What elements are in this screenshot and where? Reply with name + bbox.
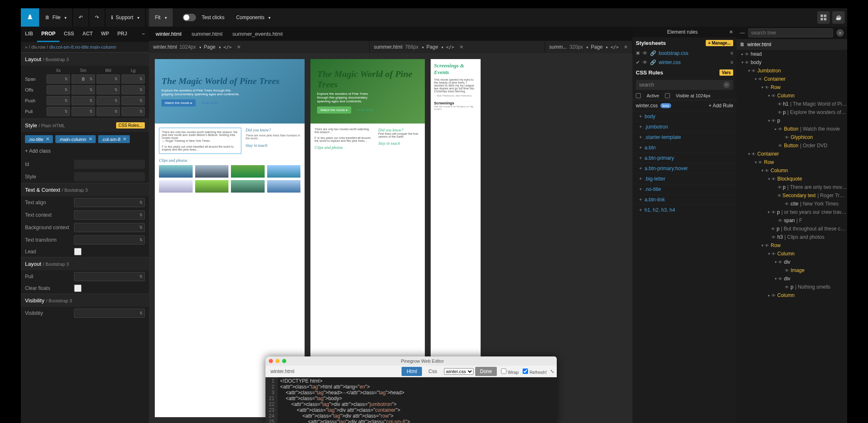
eye-icon[interactable]: 👁 [778, 143, 784, 148]
pull-select[interactable] [74, 272, 145, 281]
eye-icon[interactable]: 👁 [771, 177, 777, 181]
redo-button[interactable]: ↷ [89, 8, 105, 27]
code-icon[interactable] [610, 44, 619, 50]
left-tab-prj[interactable]: PRJ [113, 27, 131, 42]
tree-node[interactable]: ▾👁Container [737, 75, 847, 83]
add-class-button[interactable]: + Add class [21, 146, 149, 158]
tree-node[interactable]: 👁Image [737, 266, 847, 275]
text-transform-select[interactable] [74, 235, 145, 245]
eye-icon[interactable]: 👁 [778, 102, 783, 106]
eye-icon[interactable]: 👁 [751, 69, 757, 73]
tree-node[interactable]: 👁Secondary text| Roger Treeb... [737, 191, 847, 200]
tree-node[interactable]: ▾👁Column [737, 250, 847, 258]
coffee-button[interactable]: ☕ [832, 11, 845, 24]
eye-icon[interactable]: 👁 [765, 85, 771, 90]
eye-icon[interactable]: 👁 [785, 202, 791, 206]
visible-checkbox[interactable] [665, 93, 670, 98]
refresh-checkbox[interactable]: Refresh! [523, 369, 547, 375]
view-tab[interactable]: summ...320pxPage✕ [545, 41, 632, 53]
tree-node[interactable]: 👁p| But throughout all these chang [737, 225, 847, 233]
test-clicks-toggle[interactable]: Test clicks [177, 8, 231, 27]
eye-icon[interactable]: 👁 [785, 135, 791, 140]
text-context-select[interactable] [74, 210, 145, 220]
eye-icon[interactable]: 👁 [778, 110, 783, 115]
html-tab[interactable]: Html [402, 367, 422, 376]
id-input[interactable] [74, 160, 145, 169]
eye-icon[interactable]: 👁 [745, 52, 751, 57]
collapse-icon[interactable]: ⤡ [550, 369, 554, 374]
css-rule[interactable]: +.starter-template [632, 132, 737, 142]
watch-button[interactable]: Watch the movie ▸ [161, 99, 196, 106]
tree-node[interactable]: 👁p| Nothing smells [737, 283, 847, 291]
tree-search[interactable] [748, 28, 833, 37]
class-chip[interactable]: .main-column✕ [55, 135, 96, 143]
left-tab-lib[interactable]: LIB [21, 27, 37, 42]
span-sm[interactable]: 8 [72, 74, 95, 84]
span-xs[interactable] [47, 74, 70, 84]
file-tab[interactable]: summer_events.html [233, 31, 283, 37]
eye-icon[interactable]: 👁 [758, 160, 764, 165]
eye-icon[interactable]: 👁 [745, 60, 751, 65]
span-lg[interactable] [122, 74, 145, 84]
tree-node[interactable]: 👁cite| New York Times [737, 200, 847, 208]
file-tab[interactable]: summer.html [191, 31, 222, 37]
eye-icon[interactable]: 👁 [765, 168, 771, 173]
close-icon[interactable]: ✕ [237, 44, 241, 50]
left-tab-prop[interactable]: PROP [37, 27, 60, 42]
eye-icon[interactable]: 👁 [771, 293, 777, 298]
eye-icon[interactable]: 👁 [758, 77, 764, 82]
lead-checkbox[interactable] [74, 248, 82, 255]
tree-node[interactable]: 👁p| Explore the wonders of Pin... [737, 108, 847, 116]
css-rule[interactable]: +h1, h2, h3, h4 [632, 205, 737, 215]
clear-icon[interactable]: ✕ [723, 82, 730, 88]
eye-icon[interactable]: 👁 [771, 227, 776, 231]
css-rule[interactable]: +a.btn [632, 142, 737, 153]
window-titlebar[interactable]: Pinegrow Web Editor [265, 356, 557, 366]
logo-button[interactable] [21, 8, 39, 27]
order-button[interactable]: Order DVD [354, 106, 377, 114]
eye-icon[interactable]: 👁 [778, 218, 784, 223]
css-rule[interactable]: +.big-letter [632, 173, 737, 184]
remove-icon[interactable]: ✕ [46, 136, 50, 142]
support-menu[interactable]: ℹSupport [105, 8, 146, 27]
stylesheet-row[interactable]: ✖👁🔗bootstrap.css≡ [632, 49, 737, 58]
tree-node[interactable]: ▾👁Blockquote [737, 175, 847, 183]
eye-icon[interactable]: 👁 [765, 243, 771, 248]
eye-icon[interactable]: 👁 [785, 268, 791, 273]
css-rule[interactable]: +a.btn-primary:hover [632, 163, 737, 173]
tree-node[interactable]: 👁h3| Clips and photos [737, 233, 847, 241]
style-input[interactable] [74, 172, 145, 181]
code-area[interactable]: 123212223242526 <!DOCTYPE html> <attr">c… [265, 377, 557, 423]
tree-file-header[interactable]: 🗎winter.html [737, 39, 847, 50]
class-chip[interactable]: .no-title✕ [25, 135, 53, 143]
eye-icon[interactable]: 👁 [771, 119, 777, 123]
tree-node[interactable]: 👁Glyphicon [737, 133, 847, 141]
minimize-icon[interactable]: — [740, 30, 745, 36]
watch-button[interactable]: Watch the movie ▸ [317, 106, 351, 114]
eye-icon[interactable]: 👁 [771, 210, 777, 215]
eye-icon[interactable]: 👁 [771, 94, 777, 98]
done-button[interactable]: Done [475, 367, 497, 376]
span-md[interactable] [97, 74, 120, 84]
class-chip[interactable]: .col-sm-8✕ [98, 135, 130, 143]
tree-node[interactable]: 👁p| There are only two movies ... [737, 183, 847, 191]
manage-button[interactable]: + Manage... [706, 40, 733, 46]
tree-node[interactable]: ▾👁p [737, 116, 847, 125]
visibility-select[interactable] [74, 309, 145, 318]
css-rule[interactable]: +a.btn-link [632, 194, 737, 205]
file-menu[interactable]: 🗎File [39, 8, 73, 27]
eye-icon[interactable]: 👁 [778, 127, 784, 131]
css-tab[interactable]: Css [424, 367, 442, 376]
order-button[interactable]: Order DVD [198, 99, 221, 106]
tree-node[interactable]: ▾👁body [737, 58, 847, 67]
code-icon[interactable] [223, 44, 232, 50]
clearfloats-checkbox[interactable] [74, 284, 82, 292]
wrap-checkbox[interactable]: Wrap [501, 369, 518, 375]
eye-icon[interactable]: 👁 [778, 185, 783, 190]
view-tab[interactable]: summer.html768pxPage✕ [370, 41, 545, 53]
grid-view-button[interactable] [817, 11, 830, 24]
fit-dropdown[interactable]: Fit [149, 8, 172, 27]
tree-node[interactable]: 👁h1| The Magic World of Pine ... [737, 100, 847, 108]
clear-search-icon[interactable]: ✕ [836, 29, 844, 37]
tree-node[interactable]: ▾👁Column [737, 166, 847, 175]
